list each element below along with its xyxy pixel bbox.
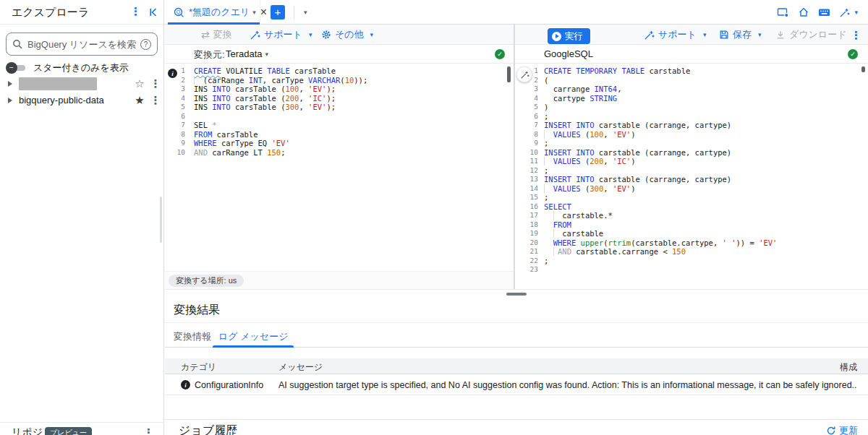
window-action-icons: ▾: [777, 7, 858, 18]
log-message: AI suggestion target type is specified, …: [278, 380, 857, 390]
swap-arrows-icon: ⇄: [201, 29, 210, 40]
download-label: ダウンロード: [789, 28, 847, 41]
keyboard-shortcuts-icon[interactable]: [818, 7, 830, 17]
more-menu-button[interactable]: その他 ▾: [321, 25, 373, 45]
tab-caret-icon[interactable]: ▾: [252, 9, 256, 16]
tab-close-icon[interactable]: ×: [260, 7, 267, 17]
item-menu-icon[interactable]: ⋮: [147, 94, 164, 107]
divider: [165, 419, 868, 420]
support-label: サポート: [264, 28, 302, 41]
googlesql-toolbar: 実行 サポート ▾ 保存 ▾: [515, 25, 868, 45]
new-tab-button[interactable]: +: [271, 5, 285, 20]
explorer-title: エクスプローラ: [12, 6, 89, 20]
tree-item-label: bigquery-public-data: [19, 95, 132, 105]
splitter-drag-handle[interactable]: [506, 293, 527, 296]
toggle-knob: −: [6, 62, 17, 74]
refresh-button[interactable]: 更新: [826, 424, 858, 435]
gear-icon: [321, 30, 331, 40]
translation-location-badge[interactable]: 変換する場所: us: [169, 275, 244, 287]
refresh-label: 更新: [839, 424, 858, 435]
redacted-project-name: [19, 77, 97, 90]
main-area: Q *無題のクエリ ▾ × + ▾: [165, 0, 868, 435]
svg-text:Q: Q: [176, 9, 181, 15]
assist-wand-menu[interactable]: ▾: [839, 7, 858, 18]
tab-translation-info[interactable]: 変換情報: [168, 325, 217, 348]
tab-untitled-query[interactable]: Q *無題のクエリ ▾ ×: [168, 0, 260, 25]
tree-item-project[interactable]: ☆ ⋮: [0, 75, 164, 92]
play-icon: [552, 32, 561, 41]
horizontal-splitter[interactable]: [165, 289, 868, 298]
column-category: カテゴリ: [181, 361, 216, 374]
download-icon: [775, 30, 786, 40]
caret-down-icon: ▾: [309, 31, 312, 38]
tab-log-messages[interactable]: ログ メッセージ: [213, 325, 294, 348]
star-outline-icon[interactable]: ☆: [132, 78, 147, 89]
valid-check-icon: ✓: [495, 49, 505, 59]
save-label: 保存: [733, 28, 752, 41]
sidebar-scrollbar[interactable]: [160, 197, 162, 243]
dialect-value: Teradata: [226, 48, 263, 59]
googlesql-code-editor[interactable]: 1CREATE TEMPORARY TABLE carstable2(3 car…: [515, 64, 868, 275]
pane-menu-icon[interactable]: ⋮: [851, 29, 861, 42]
tab-list-caret-icon[interactable]: ▾: [304, 9, 307, 16]
editor-scrollbar[interactable]: [861, 66, 865, 72]
support-menu-button[interactable]: サポート ▾: [644, 25, 706, 45]
download-button[interactable]: ダウンロード: [775, 25, 847, 45]
search-input[interactable]: [27, 39, 140, 50]
tab-label: ログ メッセージ: [218, 330, 288, 343]
tab-title: *無題のクエリ: [189, 6, 250, 19]
run-button[interactable]: 実行: [548, 28, 590, 44]
log-table-header: カテゴリ メッセージ 構成: [165, 358, 868, 374]
save-menu-button[interactable]: 保存 ▾: [719, 25, 762, 45]
resource-search-box[interactable]: ?: [6, 33, 158, 56]
query-icon: Q: [174, 7, 184, 18]
googlesql-pane: 実行 サポート ▾ 保存 ▾: [515, 25, 868, 289]
star-filled-icon[interactable]: ★: [132, 95, 147, 105]
caret-down-icon: ▾: [758, 31, 762, 38]
log-table-row[interactable]: i ConfigurationInfo AI suggestion target…: [165, 374, 868, 395]
translate-button[interactable]: ⇄ 変換: [201, 25, 232, 45]
tree-item-bigquery-public-data[interactable]: bigquery-public-data ★ ⋮: [0, 92, 164, 108]
support-menu-button[interactable]: サポート ▾: [250, 25, 312, 45]
teradata-code-editor[interactable]: 1CREATE VOLATILE TABLE carsTable2 (carRa…: [165, 64, 514, 271]
active-tab-underline: [213, 345, 294, 348]
column-message: メッセージ: [278, 361, 323, 374]
ai-fix-wand-button[interactable]: [516, 66, 532, 82]
collapse-panel-icon[interactable]: [148, 7, 159, 18]
starred-only-toggle-row: − スター付きのみを表示: [6, 61, 129, 75]
toggle-switch[interactable]: −: [6, 62, 27, 74]
toggle-label: スター付きのみを表示: [33, 61, 129, 74]
editor-scrollbar[interactable]: [507, 66, 511, 82]
source-dialect-select[interactable]: Teradata ▾: [226, 48, 268, 59]
valid-check-icon: ✓: [848, 49, 858, 59]
caret-down-icon: ▾: [265, 51, 269, 58]
explorer-menu-icon[interactable]: ⋮: [130, 5, 141, 18]
caret-down-icon: ▾: [703, 31, 707, 38]
googlesql-dialect-bar: GoogleSQL ✓: [515, 45, 868, 64]
item-menu-icon[interactable]: ⋮: [147, 77, 164, 90]
explorer-header: エクスプローラ ⋮: [0, 0, 163, 25]
expand-caret-icon[interactable]: [8, 81, 12, 87]
location-strip: 変換する場所: us: [165, 271, 514, 289]
repositories-section[interactable]: リポジトリ プレビュー ⋮: [0, 422, 164, 435]
open-in-window-icon[interactable]: [777, 7, 789, 18]
help-icon[interactable]: ?: [140, 39, 151, 50]
source-dialect-bar: 変換元: Teradata ▾ ✓: [165, 45, 514, 64]
preview-badge: プレビュー: [45, 427, 92, 435]
divider: [165, 322, 868, 323]
home-icon[interactable]: [798, 7, 809, 18]
caret-down-icon: ▾: [370, 31, 374, 38]
run-label: 実行: [565, 30, 583, 43]
source-sql-pane: ⇄ 変換 サポート ▾ その他 ▾ 変換元:: [165, 25, 514, 289]
caret-down-icon: ▾: [854, 9, 858, 16]
target-dialect-label: GoogleSQL: [544, 48, 593, 59]
results-section-title: 変換結果: [174, 303, 220, 318]
results-tab-bar: 変換情報 ログ メッセージ: [165, 325, 868, 348]
source-label: 変換元:: [194, 48, 225, 61]
expand-caret-icon[interactable]: [8, 98, 12, 103]
repositories-menu-icon[interactable]: ⋮: [143, 426, 154, 435]
job-history-title: ジョブ履歴: [179, 423, 237, 435]
column-config: 構成: [840, 361, 857, 374]
divider: [294, 6, 294, 19]
line-info-icon[interactable]: i: [168, 69, 177, 78]
